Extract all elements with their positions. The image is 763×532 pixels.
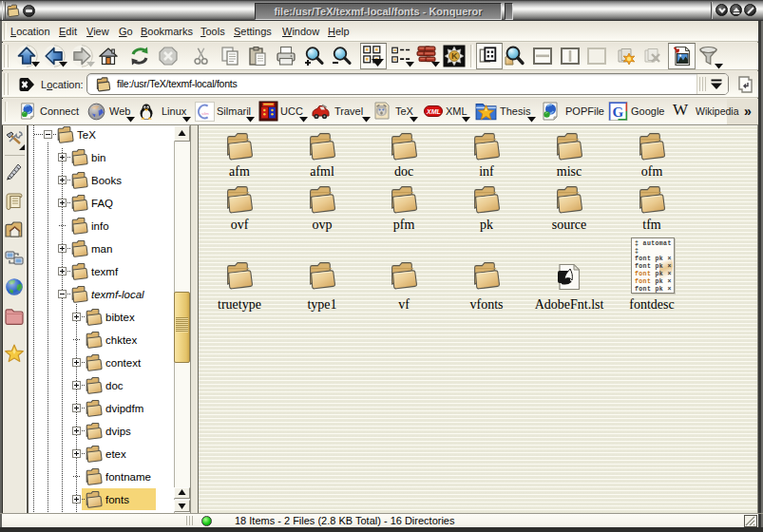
svg-text:silm: silm [201,111,209,116]
svg-text:G: G [613,104,624,120]
svg-text:K: K [451,51,458,61]
svg-text:XML: XML [426,108,441,115]
svg-text:W: W [673,101,689,119]
